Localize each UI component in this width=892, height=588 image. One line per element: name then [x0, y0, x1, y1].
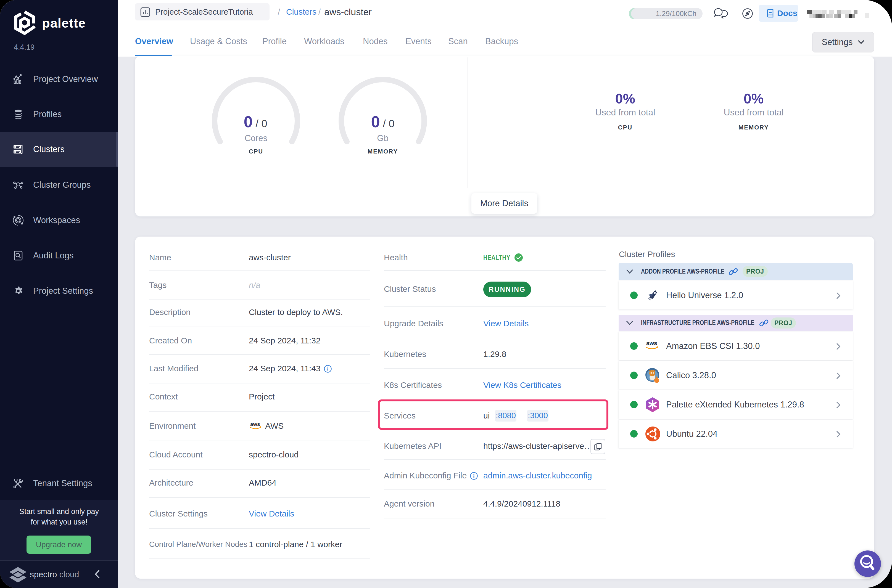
svg-text:aws: aws — [250, 421, 260, 427]
svg-text:aws: aws — [646, 340, 657, 346]
